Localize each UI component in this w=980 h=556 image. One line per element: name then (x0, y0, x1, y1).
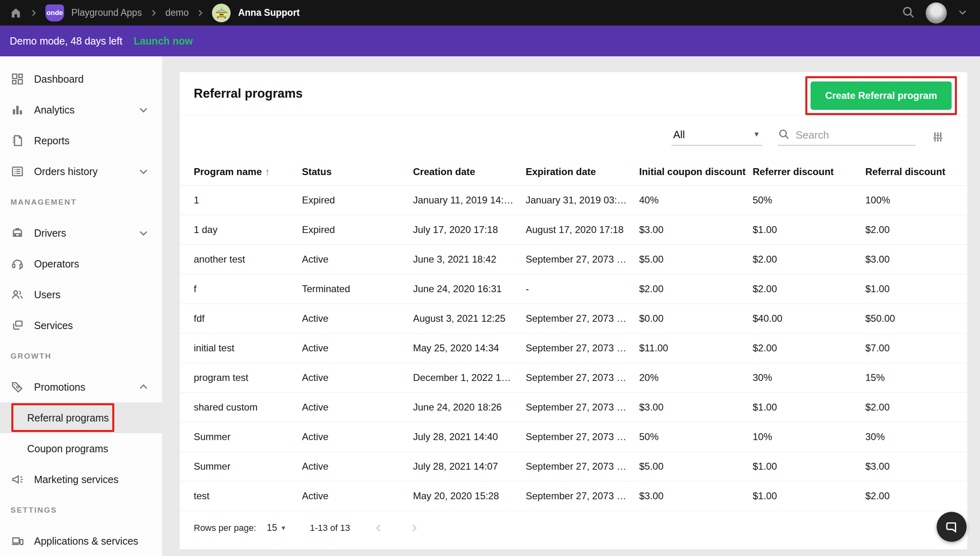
home-icon[interactable] (10, 7, 22, 19)
cell-program-name: 1 (194, 195, 302, 206)
cell-creation-date: June 24, 2020 18:26 (413, 402, 526, 413)
sidebar-item-operators[interactable]: Operators (0, 248, 162, 279)
table-row[interactable]: SummerActiveJuly 28, 2021 14:40September… (180, 422, 967, 451)
table-row[interactable]: program testActiveDecember 1, 2022 1…Sep… (180, 363, 967, 392)
cell-status: Active (302, 372, 413, 383)
table-row[interactable]: SummerActiveJuly 28, 2021 14:07September… (180, 451, 967, 481)
table-row[interactable]: shared customActiveJune 24, 2020 18:26Se… (180, 392, 967, 422)
chevron-right-icon (196, 9, 205, 17)
main-content: Referral programs Create Referral progra… (162, 56, 980, 556)
cell-creation-date: July 17, 2020 17:18 (413, 224, 526, 235)
sidebar-item-drivers[interactable]: Drivers (0, 218, 162, 248)
cell-expiration-date: September 27, 2073 … (526, 431, 639, 443)
cell-status: Active (302, 431, 413, 443)
sidebar-item-dashboard[interactable]: Dashboard (0, 64, 162, 94)
rows-per-page-label: Rows per page: (194, 523, 256, 533)
cell-program-name: fdf (194, 313, 302, 324)
topbar-actions (901, 2, 968, 24)
search-input[interactable] (796, 129, 916, 141)
table-row[interactable]: testActiveMay 20, 2020 15:28September 27… (180, 481, 967, 511)
column-header-label: Status (302, 166, 332, 177)
table-row[interactable]: fdfActiveAugust 3, 2021 12:25September 2… (180, 304, 967, 333)
cell-program-name: 1 day (194, 224, 302, 235)
status-filter-value: All (673, 128, 685, 141)
screen: onde Playground Apps demo 🚖 Anna Support… (0, 0, 980, 556)
sidebar-item-services[interactable]: Services (0, 310, 162, 341)
cell-creation-date: January 11, 2019 14:… (413, 195, 526, 206)
sidebar-item-marketing-services[interactable]: Marketing services (0, 464, 162, 495)
cell-program-name: Summer (194, 461, 302, 472)
column-header-initial-coupon-discount[interactable]: Initial coupon discount (639, 166, 753, 177)
demo-mode-banner: Demo mode, 48 days left Launch now (0, 26, 980, 56)
sidebar-item-label: Drivers (34, 227, 66, 239)
sidebar-item-reports[interactable]: Reports (0, 125, 162, 156)
table-row[interactable]: 1 dayExpiredJuly 17, 2020 17:18August 17… (180, 215, 967, 244)
cell-status: Active (302, 490, 413, 502)
cell-initial-coupon-discount: $5.00 (639, 254, 753, 265)
cell-program-name: initial test (194, 342, 302, 354)
column-header-program-name[interactable]: Program name↑ (194, 166, 302, 177)
breadcrumb-demo[interactable]: demo (165, 7, 189, 18)
table-row[interactable]: fTerminatedJune 24, 2020 16:31-$2.00$2.0… (180, 274, 967, 304)
dropdown-arrow-icon: ▼ (753, 130, 760, 139)
sidebar-item-promotions[interactable]: Promotions (0, 372, 162, 402)
table-row[interactable]: 1ExpiredJanuary 11, 2019 14:…January 31,… (180, 185, 967, 215)
cell-program-name: program test (194, 372, 302, 383)
previous-page-button[interactable] (373, 522, 385, 534)
onde-app-badge[interactable]: onde (45, 4, 64, 21)
table-row[interactable]: initial testActiveMay 25, 2020 14:34Sept… (180, 333, 967, 363)
applications-icon (11, 534, 24, 548)
column-header-status[interactable]: Status (302, 166, 413, 177)
chat-button[interactable] (937, 512, 967, 542)
breadcrumb-playground-apps[interactable]: Playground Apps (71, 7, 142, 18)
cell-referrer-discount: $2.00 (753, 283, 865, 295)
cell-status: Active (302, 461, 413, 472)
cell-expiration-date: September 27, 2073 … (526, 461, 639, 472)
chevron-down-icon[interactable] (957, 7, 968, 19)
launch-now-link[interactable]: Launch now (134, 35, 193, 47)
sidebar-item-label: Coupon programs (27, 443, 108, 455)
cell-referral-discount: $7.00 (865, 342, 959, 354)
cell-initial-coupon-discount: 50% (639, 431, 753, 443)
chevron-right-icon (29, 9, 38, 17)
user-avatar[interactable] (926, 2, 947, 24)
sidebar-item-analytics[interactable]: Analytics (0, 94, 162, 125)
column-header-expiration-date[interactable]: Expiration date (526, 166, 639, 177)
sidebar-item-coupon-programs[interactable]: Coupon programs (0, 433, 162, 464)
sidebar-item-users[interactable]: Users (0, 279, 162, 310)
sidebar-item-label: Reports (34, 135, 70, 147)
rows-per-page-select[interactable]: 15 ▼ (267, 522, 286, 533)
column-header-creation-date[interactable]: Creation date (413, 166, 526, 177)
tune-filter-icon[interactable] (931, 130, 945, 144)
cell-referral-discount: $2.00 (865, 402, 959, 413)
cell-expiration-date: September 27, 2073 … (526, 372, 639, 383)
sidebar-item-applications-services[interactable]: Applications & services (0, 526, 162, 556)
cell-referral-discount: $3.00 (865, 254, 959, 265)
column-header-referral-discount[interactable]: Referral discount (865, 166, 959, 177)
sidebar-item-referral-programs[interactable]: Referral programs (0, 402, 162, 433)
reports-icon (11, 134, 24, 148)
dropdown-arrow-icon: ▼ (280, 524, 287, 531)
cell-expiration-date: September 27, 2073 … (526, 313, 639, 324)
sidebar-item-label: Promotions (34, 381, 85, 393)
cell-referral-discount: $3.00 (865, 461, 959, 472)
breadcrumb-account[interactable]: Anna Support (238, 7, 300, 18)
column-header-referrer-discount[interactable]: Referrer discount (753, 166, 865, 177)
column-header-label: Expiration date (526, 166, 596, 177)
cell-status: Active (302, 342, 413, 354)
next-page-button[interactable] (408, 522, 420, 534)
cell-referrer-discount: $2.00 (753, 254, 865, 265)
cell-referrer-discount: $1.00 (753, 461, 865, 472)
column-header-label: Referral discount (865, 166, 945, 177)
cell-initial-coupon-discount: $3.00 (639, 490, 753, 502)
status-filter-select[interactable]: All ▼ (672, 128, 762, 145)
chevron-up-icon (138, 381, 149, 393)
search-icon[interactable] (901, 5, 915, 21)
sidebar-item-orders-history[interactable]: Orders history (0, 156, 162, 187)
create-referral-program-button[interactable]: Create Referral program (811, 81, 952, 110)
table-row[interactable]: another testActiveJune 3, 2021 18:42Sept… (180, 244, 967, 274)
cell-referral-discount: 15% (865, 372, 959, 383)
cell-creation-date: June 24, 2020 16:31 (413, 283, 526, 295)
column-header-label: Program name (194, 166, 262, 177)
sidebar-item-label: Marketing services (34, 474, 118, 485)
